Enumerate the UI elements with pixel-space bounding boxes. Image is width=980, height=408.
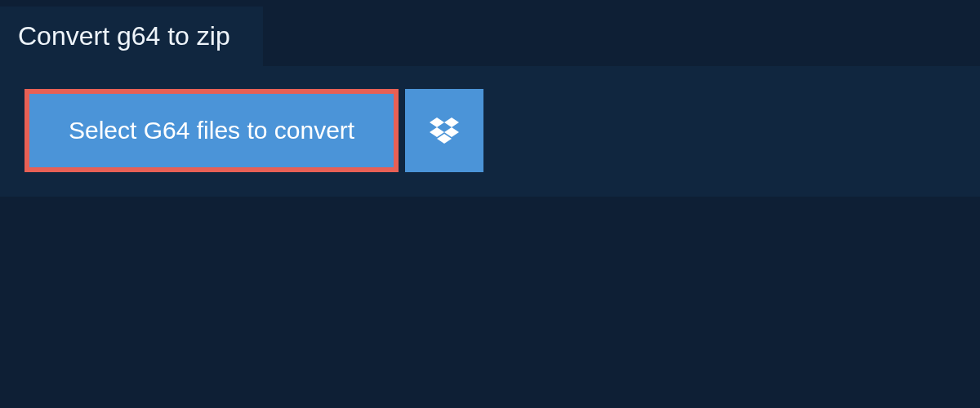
button-row: Select G64 files to convert xyxy=(24,89,483,172)
select-files-button[interactable]: Select G64 files to convert xyxy=(24,89,399,172)
dropbox-icon xyxy=(430,118,459,144)
page-title: Convert g64 to zip xyxy=(18,21,230,51)
tab-header: Convert g64 to zip xyxy=(0,7,263,66)
select-files-label: Select G64 files to convert xyxy=(69,117,354,144)
content-panel: Select G64 files to convert xyxy=(0,66,980,197)
dropbox-button[interactable] xyxy=(405,89,483,172)
